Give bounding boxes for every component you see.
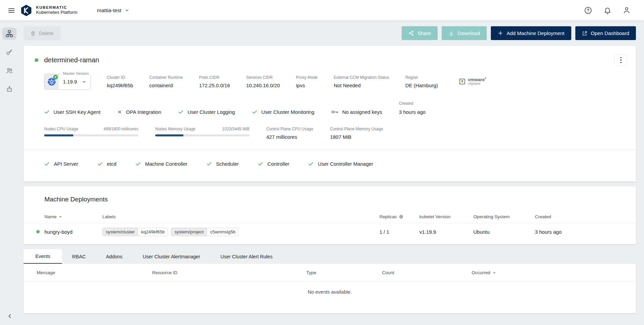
field-value: 10.240.16.0/20 [246, 83, 280, 88]
project-selector[interactable]: mattia-test [97, 7, 129, 13]
component-api-server: API Server [44, 161, 78, 167]
usage-value: 1023/3445 MiB [222, 127, 249, 131]
field-value: DE (Hamburg) [405, 83, 438, 88]
master-version-label: Master Version [61, 71, 91, 75]
sidebar-item-members[interactable] [2, 65, 16, 77]
chevron-down-icon [125, 8, 129, 13]
cluster-status-dot [35, 58, 38, 62]
sidebar-item-ssh-keys[interactable] [2, 46, 16, 58]
component-scheduler: Scheduler [206, 161, 239, 167]
component-label: Scheduler [216, 161, 239, 167]
master-version-select[interactable]: Master Version 1.19.9 [44, 74, 91, 90]
info-icon[interactable] [399, 215, 403, 219]
kebab-menu-icon[interactable] [614, 54, 627, 66]
brand-subtitle: Kubernetes Platform [36, 10, 77, 15]
usage-label: Nodes CPU Usage [44, 127, 78, 131]
column-header-kubelet-version: kubelet Version [419, 214, 473, 219]
plus-icon [498, 30, 503, 36]
top-actions: ? [584, 6, 631, 14]
key-icon [331, 109, 339, 115]
collapse-sidebar-button[interactable] [5, 311, 15, 322]
open-dashboard-label: Open Dashboard [591, 30, 629, 36]
check-icon [97, 161, 103, 167]
label-chip: system/cluster kq249kf65b [102, 228, 168, 236]
column-label: Occurred [472, 270, 490, 275]
check-icon [206, 161, 212, 167]
md-labels-cell: system/cluster kq249kf65b system/project… [102, 228, 379, 236]
field-container-runtime: Container Runtime containerd [149, 74, 183, 88]
side-rail [0, 21, 19, 325]
open-dashboard-button[interactable]: Open Dashboard [575, 26, 636, 40]
field-label: Services CIDR [246, 75, 280, 80]
brand-text: KUBERMATIC Kubernetes Platform [36, 5, 77, 15]
clusters-icon [6, 30, 13, 37]
share-icon [408, 30, 414, 36]
events-card: Message Resource ID Type Count Occurred … [24, 264, 636, 313]
delete-button[interactable]: Delete [24, 26, 60, 40]
machine-deployment-row[interactable]: hungry-boyd system/cluster kq249kf65b sy… [24, 223, 636, 240]
progress-fill [44, 134, 73, 136]
download-label: Download [457, 30, 480, 36]
download-button[interactable]: Download [442, 26, 487, 40]
tab-rbac[interactable]: RBAC [62, 249, 96, 264]
members-icon [6, 67, 13, 74]
cluster-usage-row: Nodes CPU Usage 499/1600 millicores Node… [44, 127, 625, 140]
brand-name: KUBERMATIC [36, 5, 77, 10]
control-plane-components-row: API Server etcd Machine Controller Sched… [24, 150, 636, 182]
kubermatic-logo[interactable]: KUBERMATIC Kubernetes Platform [20, 4, 77, 17]
kubernetes-icon [44, 74, 59, 89]
machine-deployments-table: Name Labels Replicas kubelet Version Ope… [24, 210, 636, 240]
component-controller: Controller [258, 161, 289, 167]
md-kubelet-cell: v1.19.9 [419, 229, 473, 235]
field-external-ccm: External CCM Migration Status Not Needed [334, 74, 389, 88]
column-label: kubelet Version [419, 214, 450, 219]
feature-label: OPA Integration [126, 109, 161, 115]
sidebar-item-clusters[interactable] [2, 28, 16, 40]
vsphere-logo: vmware® vSphere [459, 74, 486, 86]
cluster-info-row: Master Version 1.19.9 [44, 74, 625, 90]
external-link-icon [582, 31, 587, 36]
column-header-labels: Labels [102, 214, 379, 219]
feature-label: User Cluster Logging [188, 109, 235, 115]
collapse-icon [6, 313, 14, 320]
feature-label: User SSH Key Agent [54, 109, 100, 115]
column-header-occurred[interactable]: Occurred [472, 270, 636, 275]
usage-label: Control Plane CPU Usage [266, 127, 313, 131]
column-header-name[interactable]: Name [24, 214, 102, 219]
tab-user-cluster-alertmanager[interactable]: User Cluster Alertmanager [133, 249, 210, 264]
cluster-toolbar: Delete Share Download Add Machine Deploy… [24, 26, 636, 40]
label-value: kq249kf65b [138, 228, 168, 236]
menu-icon[interactable] [5, 4, 18, 17]
add-machine-deployment-button[interactable]: Add Machine Deployment [491, 26, 571, 40]
sidebar-item-service-accounts[interactable] [2, 83, 16, 95]
user-icon[interactable] [623, 6, 631, 14]
add-machine-deployment-label: Add Machine Deployment [507, 30, 565, 36]
tab-events[interactable]: Events [24, 249, 62, 264]
help-icon[interactable]: ? [584, 6, 592, 14]
md-name: hungry-boyd [44, 229, 72, 235]
component-user-controller-manager: User Controller Manager [308, 161, 373, 167]
table-header-row: Name Labels Replicas kubelet Version Ope… [24, 210, 636, 223]
bell-icon[interactable] [604, 6, 611, 14]
share-button[interactable]: Share [402, 26, 438, 40]
field-value: containerd [149, 83, 183, 88]
tab-user-cluster-alert-rules[interactable]: User Cluster Alert Rules [210, 249, 283, 264]
provider-reg-mark: ® [485, 77, 486, 79]
field-label: External CCM Migration Status [334, 75, 389, 80]
label-key: system/project [171, 228, 207, 236]
vsphere-icon [459, 78, 466, 85]
cluster-header: determined-raman [24, 46, 636, 66]
share-label: Share [417, 30, 431, 36]
tab-addons[interactable]: Addons [96, 249, 133, 264]
vsphere-text: vmware® vSphere [468, 77, 486, 86]
component-label: Machine Controller [145, 161, 188, 167]
column-header-resource-id: Resource ID [152, 270, 306, 275]
download-icon [448, 30, 454, 36]
machine-deployments-title: Machine Deployments [44, 196, 636, 203]
column-header-type: Type [306, 270, 382, 275]
created-value: 3 hours ago [399, 108, 426, 116]
field-label: Region [405, 75, 438, 80]
control-plane-cpu-usage: Control Plane CPU Usage 427 millicores [266, 127, 313, 140]
usage-label: Nodes Memory Usage [155, 127, 195, 131]
component-label: API Server [54, 161, 78, 167]
